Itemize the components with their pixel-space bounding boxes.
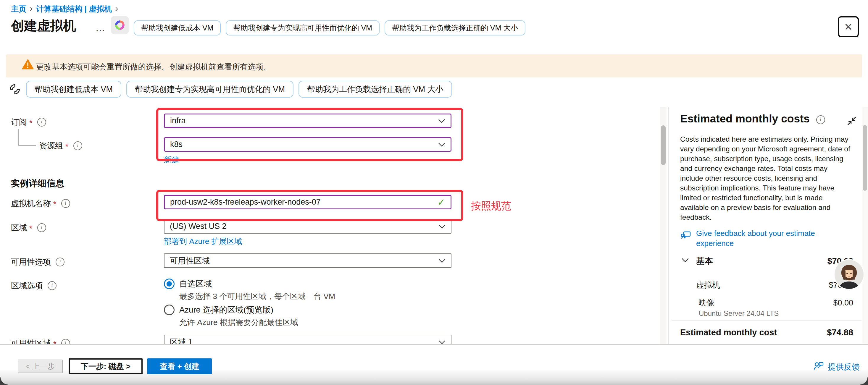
vm-name-label: 虚拟机名称 * i [11,198,70,209]
radio-unselected[interactable] [164,304,175,315]
main-scrollbar-thumb[interactable] [863,125,867,191]
required-asterisk: * [65,142,69,151]
breadcrumb-virtual-machines[interactable]: 计算基础结构 | 虚拟机 [36,4,112,14]
cost-total-amount: $74.88 [827,328,853,338]
cost-group-row[interactable]: 基本 $70.08 [680,255,853,267]
info-icon[interactable]: i [56,258,64,266]
footer-feedback-text: 提供反馈 [828,362,860,372]
person-feedback-icon [813,361,824,373]
breadcrumb-home[interactable]: 主页 [11,4,26,14]
availability-options-label: 可用性选项 i [11,257,64,267]
avatar[interactable] [834,259,864,290]
zone-options-label: 区域选项 i [11,280,57,291]
subscription-dropdown[interactable]: infra [164,114,452,128]
cost-item-amount: $0.00 [833,298,853,308]
copilot-suggestions-header: 帮助我创建低成本 VM 帮助我创建专为实现高可用性而优化的 VM 帮助我为工作负… [134,21,525,35]
zone-option-label[interactable]: Azure 选择的区域(预览版) [179,304,298,315]
tree-connector [18,129,36,146]
warning-banner-text: 更改基本选项可能会重置所做的选择。创建虚拟机前查看所有选项。 [36,62,271,72]
assist-right-size-vm-button-2[interactable]: 帮助我为工作负载选择正确的 VM 大小 [299,81,452,98]
copilot-suggestions-content: 帮助我创建低成本 VM 帮助我创建专为实现高可用性而优化的 VM 帮助我为工作负… [26,81,452,98]
close-button[interactable]: ✕ [838,16,859,37]
content-scrollbar-thumb[interactable] [661,125,665,165]
required-asterisk: * [29,119,33,128]
estimate-feedback-link[interactable]: Give feedback about your estimate experi… [680,228,846,248]
collapse-panel-icon[interactable] [847,116,857,127]
zone-option-description: 允许 Azure 根据需要分配最佳区域 [179,317,298,328]
assist-low-cost-vm-button[interactable]: 帮助我创建低成本 VM [134,21,221,35]
footer-feedback-link[interactable]: 提供反馈 [813,361,860,373]
cost-panel-title: Estimated monthly costs i [680,113,825,125]
cost-group-name: 基本 [696,255,713,267]
cost-disclaimer: Costs indicated here are estimates only.… [680,134,850,222]
assist-right-size-vm-button[interactable]: 帮助我为工作负载选择正确的 VM 大小 [384,21,525,35]
chevron-down-icon [438,140,445,149]
info-icon[interactable]: i [37,118,46,127]
resource-group-label: 资源组 * i [39,140,82,151]
info-icon[interactable]: i [48,281,57,290]
vm-name-input[interactable]: prod-usw2-k8s-freeleaps-worker-nodes-07 … [164,195,452,210]
info-icon[interactable]: i [73,141,82,150]
required-asterisk: * [29,224,33,233]
zone-option-label[interactable]: 自选区域 [179,279,335,289]
chevron-down-icon [438,256,445,265]
resource-group-value: k8s [170,140,183,149]
region-value: (US) West US 2 [170,222,227,231]
chevron-right-icon: › [30,4,33,13]
required-asterisk: * [53,200,57,209]
review-create-button[interactable]: 查看 + 创建 [147,358,212,374]
create-new-resource-group-link[interactable]: 新建 [164,155,179,165]
cost-item-row: 映像 $0.00 [680,297,853,308]
copilot-icon[interactable] [111,16,129,34]
overflow-menu-icon[interactable]: … [95,22,106,33]
annotation-note: 按照规范 [471,199,511,213]
footer-bar: < 上一步 下一步: 磁盘 > 查看 + 创建 提供反馈 [0,344,868,385]
page-title: 创建虚拟机 [11,17,76,35]
create-vm-page: 主页 › 计算基础结构 | 虚拟机 › 创建虚拟机 … 帮助我创建低成本 VM … [0,0,868,385]
cost-total-label: Estimated monthly cost [680,328,777,338]
cost-item-name: 映像 [699,297,714,308]
info-icon[interactable]: i [61,199,70,208]
chevron-down-icon [438,116,445,125]
panel-divider [668,107,669,344]
zone-option-azure-select: Azure 选择的区域(预览版) 允许 Azure 根据需要分配最佳区域 [164,304,298,328]
instance-details-heading: 实例详细信息 [11,178,64,190]
cost-panel-divider [672,320,862,321]
chevron-down-icon [438,222,445,231]
zone-option-description: 最多选择 3 个可用性区域，每个区域一台 VM [179,291,335,301]
breadcrumb: 主页 › 计算基础结构 | 虚拟机 › [11,4,118,14]
deploy-edge-zone-link[interactable]: 部署到 Azure 扩展区域 [164,236,242,247]
info-icon[interactable]: i [816,115,825,124]
chevron-down-icon[interactable] [681,258,689,264]
subscription-label: 订阅 * i [11,117,46,127]
warning-triangle-icon [22,59,34,71]
next-disks-button[interactable]: 下一步: 磁盘 > [69,358,143,374]
cost-total-row: Estimated monthly cost $74.88 [680,328,853,338]
cost-item-subtext: Ubuntu Server 24.04 LTS [699,309,779,318]
cost-item-name: 虚拟机 [696,280,720,290]
copilot-outline-icon [8,82,22,96]
close-icon: ✕ [844,21,852,33]
cost-item-row: 虚拟机 $70.08 [680,280,853,290]
availability-options-dropdown[interactable]: 可用性区域 [164,253,452,268]
estimate-feedback-text: Give feedback about your estimate experi… [696,228,846,248]
radio-selected[interactable] [164,279,175,289]
assist-low-cost-vm-button-2[interactable]: 帮助我创建低成本 VM [26,81,121,98]
vm-name-value: prod-usw2-k8s-freeleaps-worker-nodes-07 [170,197,321,207]
previous-button[interactable]: < 上一步 [18,360,63,373]
zone-option-self-select: 自选区域 最多选择 3 个可用性区域，每个区域一台 VM [164,279,335,301]
valid-check-icon: ✓ [437,197,445,208]
info-icon[interactable]: i [37,223,46,232]
region-label: 区域 * i [11,222,46,233]
region-dropdown[interactable]: (US) West US 2 [164,219,452,234]
assist-high-availability-vm-button-2[interactable]: 帮助我创建专为实现高可用性而优化的 VM [126,81,293,98]
resource-group-dropdown[interactable]: k8s [164,137,452,152]
availability-options-value: 可用性区域 [170,255,210,266]
chevron-right-icon: › [115,4,118,13]
subscription-value: infra [170,116,186,125]
assist-high-availability-vm-button[interactable]: 帮助我创建专为实现高可用性而优化的 VM [226,21,379,35]
feedback-bubbles-icon [680,228,692,248]
